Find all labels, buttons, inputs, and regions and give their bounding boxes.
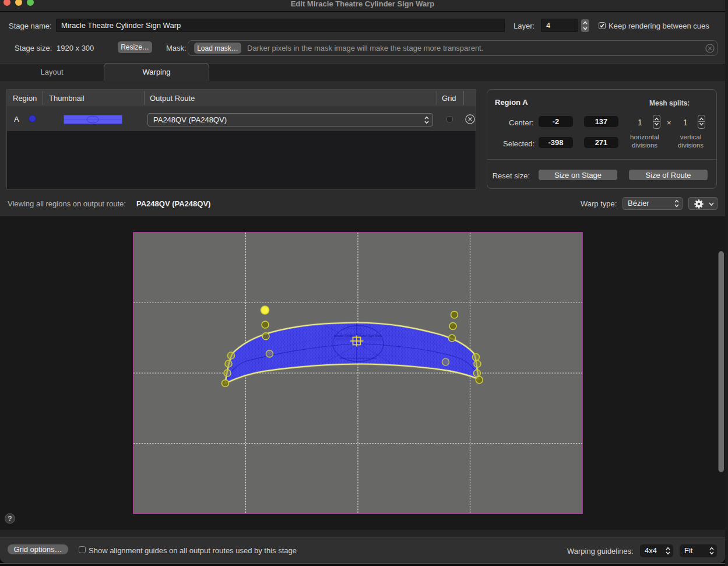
svg-text:Miracle Theatre Cylinder Sign: Miracle Theatre Cylinder Sign Warp: [339, 357, 377, 360]
svg-text:Miracle Theatre Cylinder Sign: Miracle Theatre Cylinder Sign Warp: [334, 334, 382, 338]
svg-text:?: ?: [8, 515, 12, 523]
